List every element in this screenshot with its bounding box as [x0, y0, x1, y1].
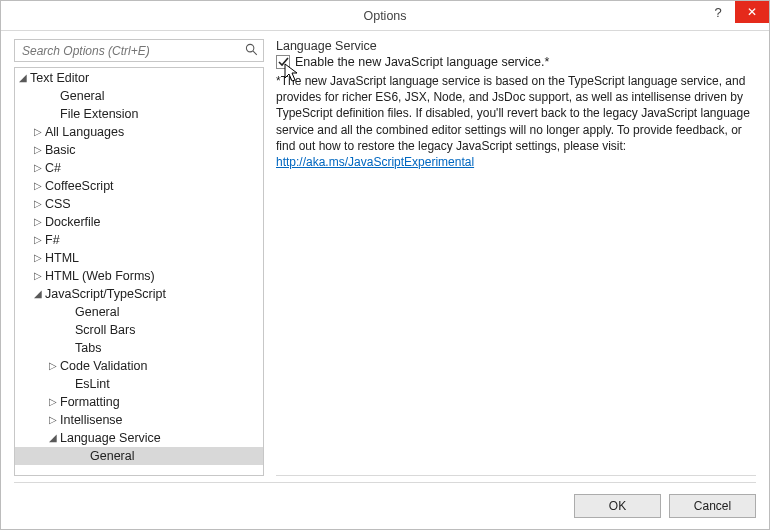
tree-item-scroll-bars[interactable]: Scroll Bars: [15, 321, 263, 339]
chevron-down-icon: ◢: [47, 433, 58, 443]
cancel-button[interactable]: Cancel: [669, 494, 756, 518]
tree-item-intellisense[interactable]: ▷Intellisense: [15, 411, 263, 429]
tree-item-css[interactable]: ▷CSS: [15, 195, 263, 213]
tree-item-label: Formatting: [58, 396, 120, 409]
tree-item-label: All Languages: [43, 126, 124, 139]
tree-item-label: F#: [43, 234, 60, 247]
tree-item-label: General: [73, 306, 119, 319]
svg-line-1: [253, 51, 257, 55]
tree-item-f-[interactable]: ▷F#: [15, 231, 263, 249]
search-icon: [245, 42, 258, 60]
tree-panel[interactable]: ◢Text EditorGeneralFile Extension▷All La…: [14, 67, 264, 476]
tree-item-general[interactable]: General: [15, 303, 263, 321]
chevron-down-icon: ◢: [32, 289, 43, 299]
tree-item-label: C#: [43, 162, 61, 175]
tree-item-label: Tabs: [73, 342, 101, 355]
window-controls: ? ✕: [701, 1, 769, 23]
tree-item-tabs[interactable]: Tabs: [15, 339, 263, 357]
tree-item-label: Language Service: [58, 432, 161, 445]
options-tree: ◢Text EditorGeneralFile Extension▷All La…: [15, 68, 263, 466]
chevron-right-icon: ▷: [47, 415, 58, 425]
tree-item-label: CoffeeScript: [43, 180, 114, 193]
tree-item-label: File Extension: [58, 108, 139, 121]
chevron-right-icon: ▷: [47, 397, 58, 407]
tree-item-label: Basic: [43, 144, 76, 157]
svg-point-0: [246, 44, 253, 51]
tree-item-label: Scroll Bars: [73, 324, 135, 337]
section-heading: Language Service: [276, 39, 756, 53]
close-button[interactable]: ✕: [735, 1, 769, 23]
tree-item-label: HTML: [43, 252, 79, 265]
left-column: ◢Text EditorGeneralFile Extension▷All La…: [14, 39, 264, 476]
chevron-right-icon: ▷: [32, 163, 43, 173]
tree-item-general[interactable]: General: [15, 447, 263, 465]
tree-item-formatting[interactable]: ▷Formatting: [15, 393, 263, 411]
enable-language-service-checkbox[interactable]: [276, 55, 290, 69]
tree-item-label: HTML (Web Forms): [43, 270, 155, 283]
tree-item-general[interactable]: General: [15, 87, 263, 105]
description-link[interactable]: http://aka.ms/JavaScriptExperimental: [276, 155, 474, 169]
tree-item-c-[interactable]: ▷C#: [15, 159, 263, 177]
tree-item-label: General: [88, 450, 134, 463]
tree-item-label: JavaScript/TypeScript: [43, 288, 166, 301]
tree-item-dockerfile[interactable]: ▷Dockerfile: [15, 213, 263, 231]
chevron-right-icon: ▷: [47, 361, 58, 371]
description-text: *The new JavaScript language service is …: [276, 73, 756, 170]
chevron-right-icon: ▷: [32, 199, 43, 209]
description-prefix: *The new JavaScript language service is …: [276, 74, 750, 153]
help-button[interactable]: ?: [701, 1, 735, 23]
tree-item-label: General: [58, 90, 104, 103]
tree-item-label: Intellisense: [58, 414, 123, 427]
chevron-right-icon: ▷: [32, 145, 43, 155]
tree-item-label: Code Validation: [58, 360, 147, 373]
tree-item-html[interactable]: ▷HTML: [15, 249, 263, 267]
chevron-right-icon: ▷: [32, 181, 43, 191]
checkbox-label: Enable the new JavaScript language servi…: [295, 55, 549, 69]
tree-item-label: Dockerfile: [43, 216, 101, 229]
tree-item-label: Text Editor: [28, 72, 89, 85]
tree-item-label: CSS: [43, 198, 71, 211]
tree-item-text-editor[interactable]: ◢Text Editor: [15, 69, 263, 87]
chevron-down-icon: ◢: [17, 73, 28, 83]
titlebar: Options ? ✕: [1, 1, 769, 31]
chevron-right-icon: ▷: [32, 253, 43, 263]
window-title: Options: [1, 9, 769, 23]
chevron-right-icon: ▷: [32, 271, 43, 281]
tree-item-basic[interactable]: ▷Basic: [15, 141, 263, 159]
chevron-right-icon: ▷: [32, 217, 43, 227]
tree-item-language-service[interactable]: ◢Language Service: [15, 429, 263, 447]
dialog-body: ◢Text EditorGeneralFile Extension▷All La…: [1, 31, 769, 529]
dialog-footer: OK Cancel: [14, 482, 756, 518]
tree-item-code-validation[interactable]: ▷Code Validation: [15, 357, 263, 375]
options-dialog: Options ? ✕ ◢Text EditorGeneralFile Exte…: [0, 0, 770, 530]
enable-language-service-row: Enable the new JavaScript language servi…: [276, 55, 756, 69]
ok-button[interactable]: OK: [574, 494, 661, 518]
tree-item-file-extension[interactable]: File Extension: [15, 105, 263, 123]
tree-item-all-languages[interactable]: ▷All Languages: [15, 123, 263, 141]
chevron-right-icon: ▷: [32, 127, 43, 137]
tree-item-javascript-typescript[interactable]: ◢JavaScript/TypeScript: [15, 285, 263, 303]
chevron-right-icon: ▷: [32, 235, 43, 245]
tree-item-coffeescript[interactable]: ▷CoffeeScript: [15, 177, 263, 195]
search-input[interactable]: [20, 43, 245, 59]
main-row: ◢Text EditorGeneralFile Extension▷All La…: [14, 39, 756, 476]
search-box[interactable]: [14, 39, 264, 62]
right-column: Language Service Enable the new JavaScri…: [276, 39, 756, 476]
tree-item-eslint[interactable]: EsLint: [15, 375, 263, 393]
tree-item-label: EsLint: [73, 378, 110, 391]
tree-item-html-web-forms-[interactable]: ▷HTML (Web Forms): [15, 267, 263, 285]
panel-divider: [276, 475, 756, 476]
